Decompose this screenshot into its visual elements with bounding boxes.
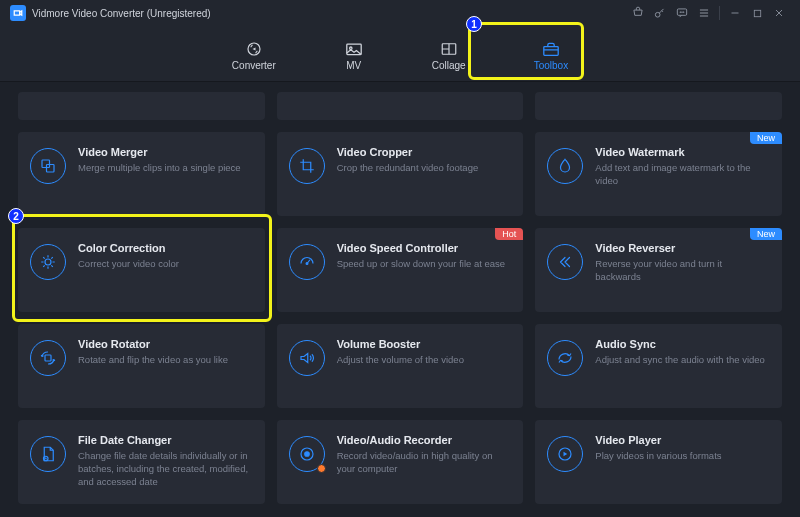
svg-point-0 bbox=[655, 12, 660, 17]
tool-desc: Record video/audio in high quality on yo… bbox=[337, 450, 512, 476]
tool-title: Volume Booster bbox=[337, 338, 512, 350]
tool-card-audio-sync[interactable]: Audio Sync Adjust and sync the audio wit… bbox=[535, 324, 782, 408]
audio-sync-icon bbox=[547, 340, 583, 376]
tool-title: Video Watermark bbox=[595, 146, 770, 158]
collage-icon bbox=[439, 41, 459, 57]
tool-title: Video Rotator bbox=[78, 338, 253, 350]
titlebar: Vidmore Video Converter (Unregistered) bbox=[0, 0, 800, 26]
svg-point-13 bbox=[45, 259, 51, 265]
app-title: Vidmore Video Converter (Unregistered) bbox=[32, 8, 211, 19]
tool-desc: Speed up or slow down your file at ease bbox=[337, 258, 512, 271]
svg-rect-15 bbox=[45, 355, 51, 361]
new-badge: New bbox=[750, 228, 782, 240]
toolbox-icon bbox=[541, 41, 561, 57]
rotator-icon bbox=[30, 340, 66, 376]
tool-title: Video Speed Controller bbox=[337, 242, 512, 254]
svg-point-3 bbox=[682, 12, 683, 13]
reverse-icon bbox=[547, 244, 583, 280]
tool-card-video-cropper[interactable]: Video Cropper Crop the redundant video f… bbox=[277, 132, 524, 216]
tool-desc: Reverse your video and turn it backwards bbox=[595, 258, 770, 284]
svg-rect-11 bbox=[42, 160, 50, 168]
tool-card-stub[interactable] bbox=[277, 92, 524, 120]
file-date-icon bbox=[30, 436, 66, 472]
volume-icon bbox=[289, 340, 325, 376]
tool-card-video-audio-recorder[interactable]: Video/Audio Recorder Record video/audio … bbox=[277, 420, 524, 504]
tool-desc: Rotate and flip the video as you like bbox=[78, 354, 253, 367]
tool-card-file-date-changer[interactable]: File Date Changer Change file date detai… bbox=[18, 420, 265, 504]
tab-label: Converter bbox=[232, 60, 276, 71]
tab-label: Collage bbox=[432, 60, 466, 71]
cropper-icon bbox=[289, 148, 325, 184]
tab-label: MV bbox=[346, 60, 361, 71]
mv-icon bbox=[344, 41, 364, 57]
svg-point-14 bbox=[306, 263, 308, 265]
svg-point-18 bbox=[304, 452, 309, 457]
key-icon[interactable] bbox=[649, 2, 671, 24]
main-tabs: Converter MV Collage Toolbox bbox=[0, 26, 800, 82]
tool-card-video-rotator[interactable]: Video Rotator Rotate and flip the video … bbox=[18, 324, 265, 408]
tool-desc: Play videos in various formats bbox=[595, 450, 770, 463]
titlebar-divider bbox=[719, 6, 720, 20]
tool-title: Video Cropper bbox=[337, 146, 512, 158]
tool-card-video-speed-controller[interactable]: Hot Video Speed Controller Speed up or s… bbox=[277, 228, 524, 312]
tool-desc: Add text and image watermark to the vide… bbox=[595, 162, 770, 188]
tool-desc: Adjust and sync the audio with the video bbox=[595, 354, 770, 367]
menu-icon[interactable] bbox=[693, 2, 715, 24]
minimize-button[interactable] bbox=[724, 2, 746, 24]
tool-card-video-reverser[interactable]: New Video Reverser Reverse your video an… bbox=[535, 228, 782, 312]
player-icon bbox=[547, 436, 583, 472]
merger-icon bbox=[30, 148, 66, 184]
svg-point-2 bbox=[680, 12, 681, 13]
color-correction-icon bbox=[30, 244, 66, 280]
cart-icon[interactable] bbox=[627, 2, 649, 24]
svg-rect-5 bbox=[754, 10, 760, 16]
tool-title: Video Merger bbox=[78, 146, 253, 158]
tool-card-video-player[interactable]: Video Player Play videos in various form… bbox=[535, 420, 782, 504]
tool-title: Video Player bbox=[595, 434, 770, 446]
hot-badge: Hot bbox=[495, 228, 523, 240]
tool-title: Video Reverser bbox=[595, 242, 770, 254]
svg-rect-12 bbox=[47, 165, 55, 173]
tool-desc: Adjust the volume of the video bbox=[337, 354, 512, 367]
converter-icon bbox=[244, 41, 264, 57]
tool-card-video-watermark[interactable]: New Video Watermark Add text and image w… bbox=[535, 132, 782, 216]
tool-card-stub[interactable] bbox=[18, 92, 265, 120]
tool-card-stub[interactable] bbox=[535, 92, 782, 120]
tab-toolbox[interactable]: Toolbox bbox=[526, 37, 576, 71]
tool-title: Audio Sync bbox=[595, 338, 770, 350]
tool-desc: Merge multiple clips into a single piece bbox=[78, 162, 253, 175]
feedback-icon[interactable] bbox=[671, 2, 693, 24]
svg-point-4 bbox=[683, 12, 684, 13]
app-logo-icon bbox=[10, 5, 26, 21]
speed-icon bbox=[289, 244, 325, 280]
toolbox-scroll[interactable]: Video Merger Merge multiple clips into a… bbox=[0, 82, 800, 517]
new-badge: New bbox=[750, 132, 782, 144]
tool-desc: Change file date details individually or… bbox=[78, 450, 253, 488]
tool-card-volume-booster[interactable]: Volume Booster Adjust the volume of the … bbox=[277, 324, 524, 408]
recorder-icon bbox=[289, 436, 325, 472]
tool-title: Video/Audio Recorder bbox=[337, 434, 512, 446]
tool-card-video-merger[interactable]: Video Merger Merge multiple clips into a… bbox=[18, 132, 265, 216]
watermark-icon bbox=[547, 148, 583, 184]
tool-desc: Crop the redundant video footage bbox=[337, 162, 512, 175]
maximize-button[interactable] bbox=[746, 2, 768, 24]
tool-title: File Date Changer bbox=[78, 434, 253, 446]
tool-card-color-correction[interactable]: Color Correction Correct your video colo… bbox=[18, 228, 265, 312]
tab-label: Toolbox bbox=[534, 60, 568, 71]
close-button[interactable] bbox=[768, 2, 790, 24]
tool-desc: Correct your video color bbox=[78, 258, 253, 271]
tab-converter[interactable]: Converter bbox=[224, 37, 284, 71]
tab-mv[interactable]: MV bbox=[336, 37, 372, 71]
svg-rect-10 bbox=[544, 46, 558, 55]
tab-collage[interactable]: Collage bbox=[424, 37, 474, 71]
tool-title: Color Correction bbox=[78, 242, 253, 254]
toolbox-grid: Video Merger Merge multiple clips into a… bbox=[18, 92, 782, 504]
